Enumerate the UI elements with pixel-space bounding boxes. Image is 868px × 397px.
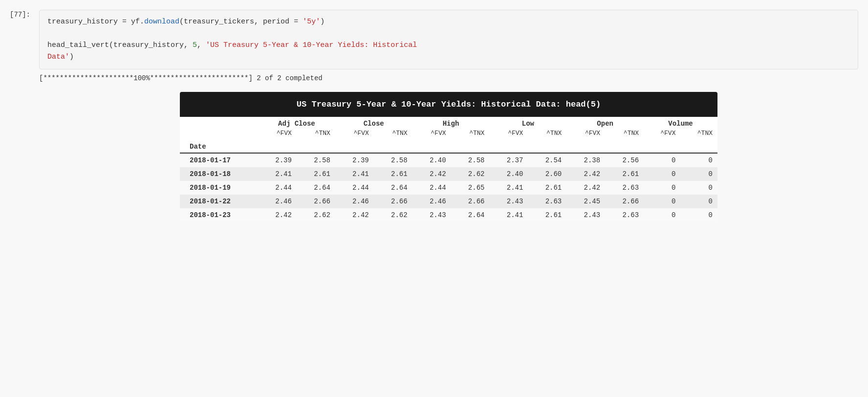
cell-value: 2.58 <box>297 153 335 167</box>
code-content: treasury_history = yf.download(treasury_… <box>39 10 858 69</box>
cell-value: 2.62 <box>451 167 490 181</box>
cell-value: 2.63 <box>605 208 644 222</box>
cell-date: 2018-01-18 <box>180 167 258 181</box>
cell-value: 0 <box>644 153 680 167</box>
code-equal2: = <box>294 18 298 26</box>
cell-value: 2.58 <box>374 153 412 167</box>
table-row: 2018-01-192.442.642.442.642.442.652.412.… <box>180 181 717 195</box>
output-area: [**********************100%*************… <box>0 69 868 227</box>
data-table: Adj Close Close High Low Open Volume ^FV… <box>180 117 717 222</box>
cell-value: 2.46 <box>335 195 374 208</box>
cell-value: 2.42 <box>566 167 605 181</box>
cell-value: 2.42 <box>566 181 605 195</box>
cell-value: 2.42 <box>335 208 374 222</box>
header-spacer <box>180 117 258 129</box>
code-number-green: 5 <box>193 41 197 49</box>
cell-date: 2018-01-23 <box>180 208 258 222</box>
cell-date: 2018-01-22 <box>180 195 258 208</box>
cell-value: 2.37 <box>489 153 528 167</box>
table-row: 2018-01-232.422.622.422.622.432.642.412.… <box>180 208 717 222</box>
cell-value: 2.38 <box>566 153 605 167</box>
cell-date: 2018-01-19 <box>180 181 258 195</box>
sub-fvx-5: ^FVX <box>566 129 605 140</box>
cell-date: 2018-01-17 <box>180 153 258 167</box>
sub-tnx-6: ^TNX <box>680 129 717 140</box>
code-part <box>298 18 303 26</box>
cell-value: 0 <box>680 208 717 222</box>
header-group-row: Adj Close Close High Low Open Volume <box>180 117 717 129</box>
cell-value: 2.64 <box>297 181 335 195</box>
cell-value: 2.41 <box>489 208 528 222</box>
code-line-2: head_tail_vert(treasury_history, 5, 'US … <box>47 40 850 51</box>
cell-value: 2.63 <box>528 195 566 208</box>
cell-value: 2.40 <box>489 167 528 181</box>
sub-fvx-6: ^FVX <box>644 129 680 140</box>
table-title: US Treasury 5-Year & 10-Year Yields: His… <box>180 92 717 117</box>
table-row: 2018-01-222.462.662.462.662.462.662.432.… <box>180 195 717 208</box>
cell-value: 2.58 <box>451 153 490 167</box>
cell-value: 2.42 <box>412 167 451 181</box>
cell-number: [77]: <box>10 10 39 19</box>
code-keyword-blue: download <box>144 18 179 26</box>
header-adj-close: Adj Close <box>258 117 335 129</box>
cell-value: 0 <box>644 181 680 195</box>
cell-value: 2.61 <box>528 181 566 195</box>
sub-tnx-3: ^TNX <box>451 129 490 140</box>
notebook-cell: [77]: treasury_history = yf.download(tre… <box>0 0 868 397</box>
cell-value: 0 <box>644 167 680 181</box>
cell-value: 2.41 <box>335 167 374 181</box>
cell-value: 2.46 <box>258 195 297 208</box>
code-part: yf. <box>127 18 144 26</box>
cell-value: 2.43 <box>566 208 605 222</box>
cell-value: 2.63 <box>605 181 644 195</box>
header-high: High <box>412 117 490 129</box>
table-row: 2018-01-172.392.582.392.582.402.582.372.… <box>180 153 717 167</box>
header-open: Open <box>566 117 644 129</box>
cell-value: 2.39 <box>335 153 374 167</box>
code-part: (treasury_tickers, period <box>179 18 294 26</box>
code-string-red3: Data' <box>47 53 69 61</box>
cell-value: 2.65 <box>451 181 490 195</box>
cell-value: 2.43 <box>412 208 451 222</box>
sub-tnx-2: ^TNX <box>374 129 412 140</box>
cell-value: 0 <box>680 153 717 167</box>
cell-value: 2.61 <box>528 208 566 222</box>
cell-value: 2.44 <box>335 181 374 195</box>
code-part: treasury_history <box>47 18 122 26</box>
code-part: ) <box>320 18 325 26</box>
cell-value: 2.40 <box>412 153 451 167</box>
cell-value: 2.64 <box>451 208 490 222</box>
cell-value: 2.41 <box>258 167 297 181</box>
cell-value: 2.64 <box>374 181 412 195</box>
cell-value: 0 <box>680 167 717 181</box>
cell-value: 2.42 <box>258 208 297 222</box>
cell-value: 2.61 <box>605 167 644 181</box>
sub-tnx-4: ^TNX <box>528 129 566 140</box>
progress-line: [**********************100%*************… <box>39 74 858 82</box>
cell-value: 2.56 <box>605 153 644 167</box>
cell-value: 2.61 <box>297 167 335 181</box>
code-equal: = <box>122 18 127 26</box>
date-spacer-cols <box>258 140 717 153</box>
code-part: head_tail_vert(treasury_history, <box>47 41 193 49</box>
cell-value: 2.62 <box>374 208 412 222</box>
sub-fvx-2: ^FVX <box>335 129 374 140</box>
cell-value: 2.45 <box>566 195 605 208</box>
code-string-red: '5y' <box>303 18 320 26</box>
sub-fvx-4: ^FVX <box>489 129 528 140</box>
code-line-blank <box>47 28 850 40</box>
header-sub-row: ^FVX ^TNX ^FVX ^TNX ^FVX ^TNX ^FVX ^TNX … <box>180 129 717 140</box>
header-date-row: Date <box>180 140 717 153</box>
cell-value: 0 <box>644 195 680 208</box>
table-body: 2018-01-172.392.582.392.582.402.582.372.… <box>180 153 717 222</box>
sub-fvx-3: ^FVX <box>412 129 451 140</box>
code-cell-row: [77]: treasury_history = yf.download(tre… <box>0 10 868 69</box>
cell-value: 2.66 <box>297 195 335 208</box>
cell-value: 2.39 <box>258 153 297 167</box>
code-part: , <box>197 41 206 49</box>
sub-fvx-1: ^FVX <box>258 129 297 140</box>
header-close: Close <box>335 117 412 129</box>
table-row: 2018-01-182.412.612.412.612.422.622.402.… <box>180 167 717 181</box>
header-volume: Volume <box>644 117 717 129</box>
header-low: Low <box>489 117 566 129</box>
